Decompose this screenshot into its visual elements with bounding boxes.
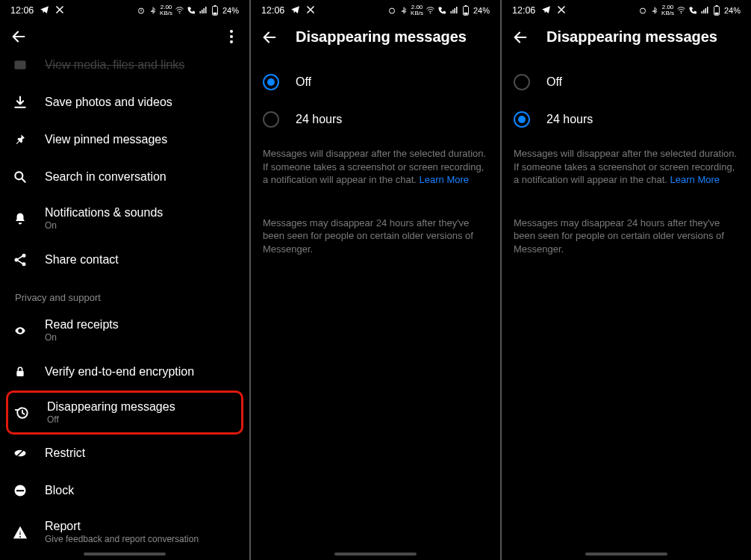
menu-label: Report xyxy=(45,520,199,533)
svg-rect-33 xyxy=(707,7,708,13)
x-icon xyxy=(55,5,64,16)
search-icon xyxy=(12,169,28,185)
menu-sublabel: On xyxy=(45,332,119,343)
radio-label: Off xyxy=(296,75,311,89)
svg-point-19 xyxy=(389,8,394,13)
radio-24h[interactable]: 24 hours xyxy=(509,101,744,138)
svg-rect-23 xyxy=(454,8,455,13)
settings-menu: View media, files and links Save photos … xyxy=(0,58,249,555)
battery-icon xyxy=(712,6,722,16)
radio-label: Off xyxy=(546,75,562,89)
screen-header xyxy=(0,19,249,58)
history-icon xyxy=(14,405,31,421)
menu-verify-encryption[interactable]: Verify end-to-end encryption xyxy=(3,353,246,391)
highlight-disappearing: Disappearing messages Off xyxy=(6,391,243,435)
battery-icon xyxy=(461,6,471,16)
radio-label: 24 hours xyxy=(546,113,593,126)
menu-media[interactable]: View media, files and links xyxy=(3,54,246,84)
x-icon xyxy=(306,5,315,16)
svg-rect-4 xyxy=(203,8,205,13)
svg-rect-36 xyxy=(715,13,719,15)
screen-header: Disappearing messages xyxy=(251,19,500,59)
svg-rect-35 xyxy=(716,5,718,6)
back-button[interactable] xyxy=(512,29,529,46)
menu-search[interactable]: Search in conversation xyxy=(3,158,246,196)
svg-rect-14 xyxy=(16,371,23,376)
radio-24h[interactable]: 24 hours xyxy=(258,101,493,138)
block-icon xyxy=(12,482,28,499)
svg-point-29 xyxy=(681,13,682,14)
download-icon xyxy=(12,94,28,111)
radio-indicator xyxy=(263,111,279,128)
bluetooth-icon xyxy=(399,6,408,16)
menu-restrict[interactable]: Restrict xyxy=(3,435,246,472)
warning-icon xyxy=(12,524,28,541)
menu-sublabel: Off xyxy=(47,414,175,425)
home-indicator[interactable] xyxy=(334,553,417,556)
alarm-icon xyxy=(387,6,396,16)
signal-icon xyxy=(700,6,710,16)
menu-pinned[interactable]: View pinned messages xyxy=(3,121,246,158)
bluetooth-icon xyxy=(148,6,158,16)
info-text-1: Messages will disappear after the select… xyxy=(502,143,751,191)
battery-pct: 24% xyxy=(473,6,490,15)
disappearing-screen-24h: 12:06 2.00KB/s 24% Disappearing messages… xyxy=(502,0,751,560)
learn-more-link[interactable]: Learn More xyxy=(420,174,469,185)
status-time: 12:06 xyxy=(10,5,34,16)
battery-icon xyxy=(211,6,220,16)
duration-radio-group: Off 24 hours xyxy=(502,59,751,143)
x-icon xyxy=(557,5,566,16)
info-text-1: Messages will disappear after the select… xyxy=(251,143,500,191)
svg-rect-5 xyxy=(205,7,207,13)
menu-report[interactable]: Report Give feedback and report conversa… xyxy=(3,509,246,555)
home-indicator[interactable] xyxy=(84,553,166,556)
radio-off[interactable]: Off xyxy=(509,63,744,101)
signal-icon xyxy=(449,6,459,16)
radio-indicator xyxy=(514,74,530,90)
status-time: 12:06 xyxy=(261,5,284,16)
volte-icon xyxy=(187,6,196,16)
svg-rect-7 xyxy=(214,5,216,6)
page-title: Disappearing messages xyxy=(546,28,717,46)
battery-pct: 24% xyxy=(222,6,239,15)
telegram-icon xyxy=(40,4,49,16)
menu-disappearing-messages[interactable]: Disappearing messages Off xyxy=(8,394,241,431)
radio-off[interactable]: Off xyxy=(258,63,493,101)
learn-more-link[interactable]: Learn More xyxy=(670,174,720,185)
menu-label: Block xyxy=(45,484,74,497)
back-button[interactable] xyxy=(261,29,278,46)
svg-point-1 xyxy=(179,13,181,14)
section-privacy: Privacy and support xyxy=(3,279,246,308)
status-bar: 12:06 2.00KB/s 24% xyxy=(251,0,500,19)
svg-rect-2 xyxy=(199,11,201,13)
volte-icon xyxy=(437,6,447,16)
radio-indicator xyxy=(514,111,530,128)
data-rate: 2.00KB/s xyxy=(661,4,674,16)
telegram-icon xyxy=(290,4,300,16)
restrict-icon xyxy=(12,445,28,461)
menu-save-photos[interactable]: Save photos and videos xyxy=(3,84,246,121)
menu-share-contact[interactable]: Share contact xyxy=(3,241,246,279)
more-menu-button[interactable] xyxy=(224,29,239,44)
volte-icon xyxy=(688,6,698,16)
duration-radio-group: Off 24 hours xyxy=(251,59,500,143)
menu-label: View pinned messages xyxy=(45,133,167,146)
menu-label: Restrict xyxy=(45,447,85,460)
lock-icon xyxy=(12,364,28,380)
menu-read-receipts[interactable]: Read receipts On xyxy=(3,308,246,353)
bell-icon xyxy=(12,211,28,227)
menu-notifications[interactable]: Notifications & sounds On xyxy=(3,196,246,241)
menu-label: Notifications & sounds xyxy=(45,206,163,220)
telegram-icon xyxy=(541,4,551,16)
home-indicator[interactable] xyxy=(585,553,667,556)
svg-point-28 xyxy=(640,8,645,13)
bluetooth-icon xyxy=(649,6,659,16)
back-button[interactable] xyxy=(10,28,27,45)
svg-rect-21 xyxy=(450,11,452,13)
status-bar: 12:06 2.00KB/s 24% xyxy=(502,0,751,19)
svg-point-20 xyxy=(430,13,431,14)
data-rate: 2.00KB/s xyxy=(160,4,172,16)
settings-screen: 12:06 2.00KB/s 24% View media, files and… xyxy=(0,0,249,560)
menu-block[interactable]: Block xyxy=(3,472,246,509)
info-text-2: Messages may disappear 24 hours after th… xyxy=(251,212,500,261)
